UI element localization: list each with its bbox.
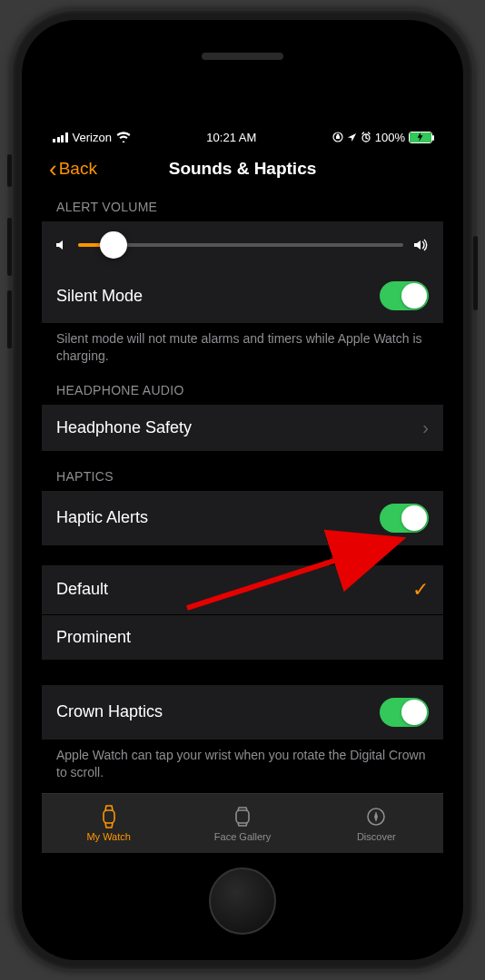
section-header-alert-volume: ALERT VOLUME <box>42 191 443 221</box>
crown-haptics-toggle[interactable] <box>380 698 429 727</box>
location-arrow-icon <box>347 132 357 142</box>
crown-haptics-label: Crown Haptics <box>56 702 163 721</box>
battery-icon <box>409 132 432 143</box>
volume-high-icon[interactable] <box>412 238 431 252</box>
power-button <box>473 236 478 310</box>
tab-bar: My Watch Face Gallery Discover <box>42 793 443 853</box>
silent-mode-footer: Silent mode will not mute alarms and tim… <box>42 323 443 365</box>
battery-percent: 100% <box>375 131 405 144</box>
carrier-label: Verizon <box>73 131 112 144</box>
silent-mode-toggle[interactable] <box>380 281 429 310</box>
status-left: Verizon <box>53 131 131 144</box>
chevron-left-icon: ‹ <box>49 157 57 181</box>
chevron-right-icon: › <box>422 417 429 438</box>
volume-low-icon[interactable] <box>54 238 69 252</box>
haptic-default-label: Default <box>56 580 108 599</box>
settings-content: ALERT VOLUME Silent Mode <box>42 191 443 793</box>
watch-icon <box>97 805 121 828</box>
orientation-lock-icon <box>332 132 343 142</box>
page-title: Sounds & Haptics <box>169 159 317 179</box>
status-right: 100% <box>332 131 432 144</box>
back-label: Back <box>59 159 97 179</box>
status-bar: Verizon 10:21 AM 100% <box>42 127 443 147</box>
section-header-haptics: HAPTICS <box>42 451 443 491</box>
crown-haptics-footer: Apple Watch can tap your wrist when you … <box>42 740 443 781</box>
tab-label: My Watch <box>86 831 131 842</box>
screen: Verizon 10:21 AM 100% <box>42 127 443 853</box>
alert-volume-slider[interactable] <box>78 243 403 247</box>
haptic-default-row[interactable]: Default ✓ <box>42 565 443 615</box>
svg-rect-5 <box>236 810 249 823</box>
compass-icon <box>364 805 388 828</box>
silent-mode-label: Silent Mode <box>56 287 143 306</box>
tab-label: Face Gallery <box>214 831 271 842</box>
home-button[interactable] <box>209 867 276 935</box>
haptic-alerts-toggle[interactable] <box>380 504 429 533</box>
volume-down-button <box>7 290 12 348</box>
haptic-alerts-row[interactable]: Haptic Alerts <box>42 491 443 545</box>
svg-rect-4 <box>104 810 114 823</box>
alert-volume-slider-row <box>42 221 443 269</box>
tab-my-watch[interactable]: My Watch <box>42 794 175 853</box>
checkmark-icon: ✓ <box>412 578 429 602</box>
back-button[interactable]: ‹ Back <box>49 157 97 181</box>
face-gallery-icon <box>231 805 254 828</box>
cellular-signal-icon <box>53 132 68 142</box>
alarm-icon <box>361 132 371 142</box>
headphone-safety-row[interactable]: Headphone Safety › <box>42 405 443 451</box>
volume-up-button <box>7 218 12 276</box>
tab-label: Discover <box>357 831 396 842</box>
headphone-safety-label: Headphone Safety <box>56 418 192 437</box>
tab-discover[interactable]: Discover <box>310 794 443 853</box>
haptic-prominent-label: Prominent <box>56 628 131 647</box>
mute-switch <box>7 154 12 187</box>
phone-frame: Verizon 10:21 AM 100% <box>11 9 474 971</box>
section-header-headphone-audio: HEADPHONE AUDIO <box>42 365 443 405</box>
haptic-prominent-row[interactable]: Prominent <box>42 615 443 660</box>
phone-speaker <box>202 53 283 60</box>
status-time: 10:21 AM <box>206 131 256 144</box>
nav-bar: ‹ Back Sounds & Haptics <box>42 147 443 191</box>
tab-face-gallery[interactable]: Face Gallery <box>175 794 309 853</box>
haptic-alerts-label: Haptic Alerts <box>56 508 148 527</box>
crown-haptics-row[interactable]: Crown Haptics <box>42 685 443 740</box>
wifi-icon <box>116 132 131 142</box>
silent-mode-row[interactable]: Silent Mode <box>42 269 443 323</box>
